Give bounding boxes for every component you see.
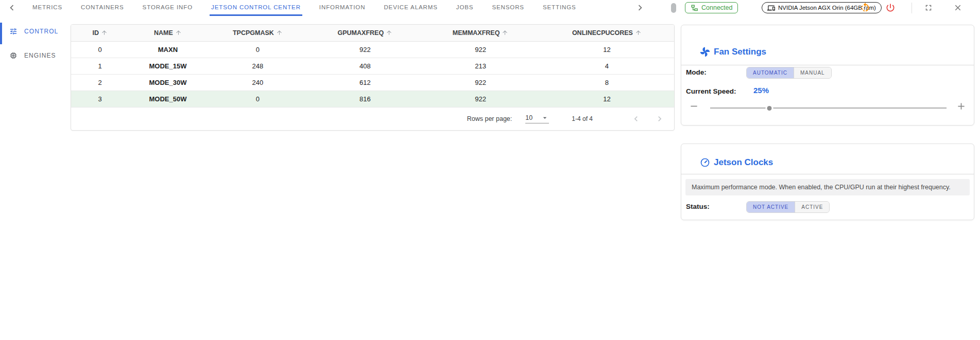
panel-divider (681, 65, 974, 65)
fan-mode-toggle: AUTOMATICMANUAL (746, 67, 832, 79)
jetson-clocks-description: Maximum performance mode. When enabled, … (685, 179, 970, 195)
cell-onlinecpucores: 12 (540, 91, 674, 107)
cell-id: 0 (71, 41, 129, 58)
sort-arrow-icon (386, 29, 392, 36)
power-icon[interactable] (885, 3, 896, 13)
sidebar-item-control[interactable]: CONTROL (9, 27, 58, 35)
rows-per-page-label: Rows per page: (467, 115, 512, 122)
fan-icon (700, 47, 710, 57)
cell-name: MODE_50W (129, 91, 207, 107)
column-header-onlinecpucores[interactable]: ONLINECPUCORES (540, 25, 674, 41)
tune-icon (9, 27, 18, 35)
clocks-status-toggle: NOT ACTIVEACTIVE (746, 201, 830, 213)
cell-tpcpgmask: 0 (207, 91, 308, 107)
cell-memmaxfreq: 922 (421, 41, 540, 58)
jetson-clocks-panel: Jetson Clocks Maximum performance mode. … (681, 144, 974, 220)
chevron-down-icon (541, 114, 549, 122)
top-bar: METRICSCONTAINERSSTORAGE INFOJETSON CONT… (0, 0, 980, 16)
tab-containers[interactable]: CONTAINERS (79, 0, 126, 16)
fan-speed-slider-handle[interactable] (767, 106, 771, 111)
cell-id: 1 (71, 58, 129, 74)
fan-mode-automatic-button[interactable]: AUTOMATIC (747, 67, 794, 78)
fullscreen-icon[interactable] (924, 3, 933, 12)
tab-bar: METRICSCONTAINERSSTORAGE INFOJETSON CONT… (31, 0, 626, 16)
cell-name: MODE_15W (129, 58, 207, 74)
speedometer-icon (700, 157, 710, 168)
sort-arrow-icon (276, 29, 283, 36)
table-pagination: Rows per page: 10 1-4 of 4 (71, 108, 674, 131)
table-header-row: IDNAMETPCPGMASKGPUMAXFREQMEMMAXFREQONLIN… (71, 25, 674, 41)
close-icon[interactable] (953, 3, 962, 12)
jetson-clocks-title: Jetson Clocks (714, 157, 773, 168)
sort-arrow-icon (502, 29, 508, 36)
fan-mode-label: Mode: (686, 68, 707, 76)
fan-settings-title: Fan Settings (714, 47, 766, 57)
tab-settings[interactable]: SETTINGS (541, 0, 578, 16)
sort-arrow-icon (175, 29, 182, 36)
current-speed-label: Current Speed: (686, 87, 736, 95)
clocks-status-active-button[interactable]: ACTIVE (795, 202, 829, 212)
fan-speed-increase-icon[interactable] (956, 101, 967, 112)
fan-speed-decrease-icon[interactable] (689, 101, 699, 112)
table-row-maxn[interactable]: 0MAXN092292212 (71, 41, 674, 58)
column-label: ID (92, 29, 99, 37)
sidebar-active-indicator (0, 23, 2, 44)
column-header-id[interactable]: ID (71, 25, 129, 41)
sort-arrow-icon (101, 29, 108, 36)
column-label: MEMMAXFREQ (453, 29, 500, 37)
tab-metrics[interactable]: METRICS (31, 0, 64, 16)
power-modes-table: IDNAMETPCPGMASKGPUMAXFREQMEMMAXFREQONLIN… (71, 25, 674, 108)
tab-jetson-control-center[interactable]: JETSON CONTROL CENTER (210, 0, 302, 16)
rows-per-page-select[interactable]: 10 (525, 114, 549, 123)
table-row-mode-50w[interactable]: 3MODE_50W081692212 (71, 91, 674, 107)
previous-page-icon[interactable] (631, 114, 641, 124)
cell-tpcpgmask: 0 (207, 41, 308, 58)
tab-sensors[interactable]: SENSORS (490, 0, 526, 16)
column-label: NAME (154, 29, 173, 37)
cell-onlinecpucores: 12 (540, 41, 674, 58)
next-page-icon[interactable] (655, 114, 665, 124)
cell-onlinecpucores: 4 (540, 58, 674, 74)
column-header-memmaxfreq[interactable]: MEMMAXFREQ (421, 25, 540, 41)
connection-status-badge: Connected (685, 2, 738, 13)
column-header-name[interactable]: NAME (129, 25, 207, 41)
tab-storage-info[interactable]: STORAGE INFO (141, 0, 195, 16)
cell-id: 2 (71, 74, 129, 91)
table-row-mode-30w[interactable]: 2MODE_30W2406129228 (71, 74, 674, 91)
sidebar-item-control-label: CONTROL (24, 28, 58, 35)
cell-gpumaxfreq: 612 (308, 74, 421, 91)
cell-name: MODE_30W (129, 74, 207, 91)
cell-memmaxfreq: 922 (421, 74, 540, 91)
sort-arrow-icon (635, 29, 642, 36)
column-label: TPCPGMASK (233, 29, 274, 37)
tab-jobs[interactable]: JOBS (455, 0, 475, 16)
sidebar-item-engines-label: ENGINES (24, 52, 56, 59)
panel-divider (681, 174, 974, 174)
status-indicator-pill (671, 3, 676, 13)
cell-gpumaxfreq: 922 (308, 41, 421, 58)
tab-device-alarms[interactable]: DEVICE ALARMS (382, 0, 439, 16)
cell-memmaxfreq: 922 (421, 91, 540, 107)
fan-mode-manual-button[interactable]: MANUAL (794, 67, 831, 78)
network-icon (691, 4, 698, 12)
rows-per-page-value: 10 (525, 114, 532, 121)
devices-icon (767, 4, 775, 12)
column-header-gpumaxfreq[interactable]: GPUMAXFREQ (308, 25, 421, 41)
tab-information[interactable]: INFORMATION (318, 0, 367, 16)
fan-speed-slider[interactable] (710, 108, 947, 109)
sidebar-item-engines[interactable]: ENGINES (9, 51, 56, 60)
cell-memmaxfreq: 213 (421, 58, 540, 74)
cell-tpcpgmask: 240 (207, 74, 308, 91)
column-header-tpcpgmask[interactable]: TPCPGMASK (207, 25, 308, 41)
tabs-scroll-right-icon[interactable] (634, 2, 646, 13)
tabs-scroll-left-icon[interactable] (6, 2, 18, 13)
table-row-mode-15w[interactable]: 1MODE_15W2484082134 (71, 58, 674, 74)
clocks-status-not-active-button[interactable]: NOT ACTIVE (747, 202, 795, 212)
cell-gpumaxfreq: 816 (308, 91, 421, 107)
restart-icon[interactable] (859, 2, 871, 13)
clocks-status-label: Status: (686, 203, 710, 210)
power-modes-table-card: IDNAMETPCPGMASKGPUMAXFREQMEMMAXFREQONLIN… (71, 24, 675, 131)
cell-name: MAXN (129, 41, 207, 58)
topbar-divider (912, 3, 912, 13)
memory-icon (9, 51, 18, 60)
